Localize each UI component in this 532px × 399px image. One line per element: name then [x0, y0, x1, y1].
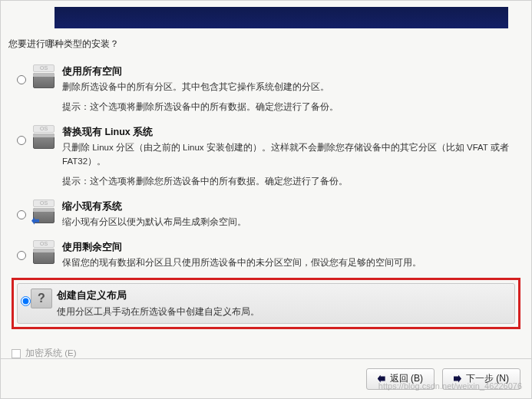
- prompt-text: 您要进行哪种类型的安装？: [8, 38, 524, 51]
- option-desc: 保留您的现有数据和分区且只使用所选设备中的未分区空间，假设您有足够的空间可用。: [62, 256, 519, 270]
- option-title: 替换现有 Linux 系统: [62, 125, 519, 140]
- dialog-window: 您要进行哪种类型的安装？ OS 使用所有空间 删除所选设备中的所有分区。其中包含…: [0, 0, 532, 399]
- option-desc: 使用分区工具手动在所选设备中创建自定义布局。: [57, 305, 511, 319]
- option-title: 创建自定义布局: [57, 289, 511, 303]
- disk-icon: [33, 134, 55, 149]
- disk-icon: [33, 249, 55, 264]
- option-shrink[interactable]: OS 缩小现有系统 缩小现有分区以便为默认布局生成剩余空间。: [8, 196, 524, 237]
- os-badge-icon: OS: [33, 64, 55, 72]
- option-icon: OS: [30, 200, 58, 223]
- radio-free-space[interactable]: [17, 251, 26, 260]
- os-badge-icon: OS: [33, 200, 55, 207]
- next-button[interactable]: 下一步 (N): [442, 368, 520, 390]
- content-area: 您要进行哪种类型的安装？ OS 使用所有空间 删除所选设备中的所有分区。其中包含…: [8, 38, 524, 352]
- back-button[interactable]: 返回 (B): [366, 368, 435, 390]
- question-icon: ?: [31, 289, 52, 308]
- option-title: 缩小现有系统: [62, 200, 519, 214]
- arrow-left-icon: [378, 375, 385, 383]
- option-desc: 删除所选设备中的所有分区。其中包含其它操作系统创建的分区。: [62, 81, 519, 94]
- option-tip: 提示：这个选项将删除您所选设备中的所有数据。确定您进行了备份。: [62, 175, 519, 189]
- disk-shrink-icon: [33, 208, 55, 223]
- radio-use-all-space[interactable]: [17, 75, 26, 84]
- disk-icon: [33, 73, 55, 88]
- option-icon: OS: [30, 125, 58, 149]
- option-icon: OS: [30, 64, 58, 88]
- footer-bar: 返回 (B) 下一步 (N): [1, 358, 531, 398]
- next-button-label: 下一步 (N): [466, 372, 509, 385]
- option-use-all-space[interactable]: OS 使用所有空间 删除所选设备中的所有分区。其中包含其它操作系统创建的分区。 …: [8, 61, 524, 122]
- radio-replace-linux[interactable]: [17, 136, 26, 145]
- option-title: 使用剩余空间: [62, 240, 519, 255]
- option-icon: ?: [31, 289, 52, 308]
- option-custom-layout[interactable]: ? 创建自定义布局 使用分区工具手动在所选设备中创建自定义布局。: [17, 283, 515, 324]
- header-banner: [55, 7, 508, 28]
- option-desc: 只删除 Linux 分区（由之前的 Linux 安装创建的）。这样就不会删除您存…: [62, 141, 519, 169]
- option-free-space[interactable]: OS 使用剩余空间 保留您的现有数据和分区且只使用所选设备中的未分区空间，假设您…: [8, 237, 524, 278]
- checkbox-icon[interactable]: [12, 349, 21, 358]
- option-desc: 缩小现有分区以便为默认布局生成剩余空间。: [62, 216, 519, 229]
- os-badge-icon: OS: [33, 240, 55, 248]
- radio-shrink[interactable]: [17, 210, 26, 219]
- arrow-right-icon: [454, 375, 461, 383]
- os-badge-icon: OS: [33, 125, 55, 133]
- option-custom-layout-highlight: ? 创建自定义布局 使用分区工具手动在所选设备中创建自定义布局。: [12, 278, 520, 329]
- option-replace-linux[interactable]: OS 替换现有 Linux 系统 只删除 Linux 分区（由之前的 Linux…: [8, 122, 524, 196]
- back-button-label: 返回 (B): [390, 372, 423, 385]
- radio-custom-layout[interactable]: [21, 296, 31, 306]
- option-tip: 提示：这个选项将删除所选设备中的所有数据。确定您进行了备份。: [62, 101, 519, 114]
- option-title: 使用所有空间: [62, 64, 519, 79]
- option-icon: OS: [30, 240, 58, 264]
